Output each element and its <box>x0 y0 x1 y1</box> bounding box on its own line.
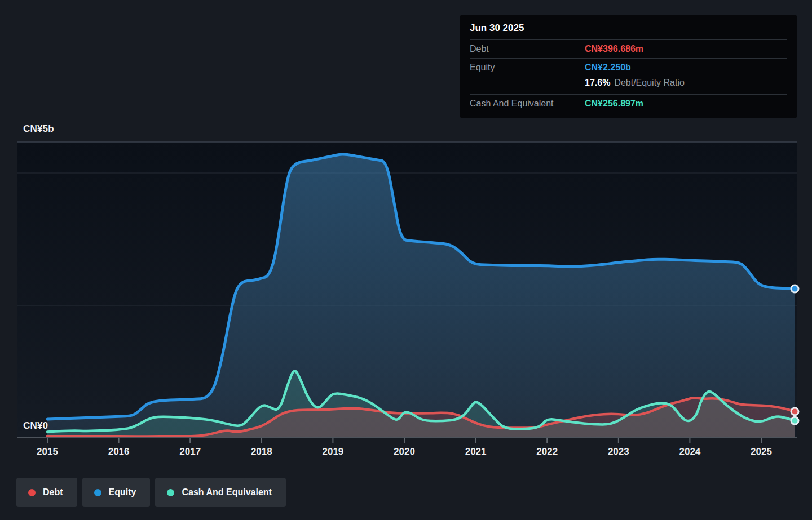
tooltip-row-ratio: 17.6% Debt/Equity Ratio <box>470 77 787 94</box>
chart-legend: Debt Equity Cash And Equivalent <box>16 478 286 507</box>
x-tick-label-2016: 2016 <box>108 446 130 457</box>
tooltip-equity-label: Equity <box>470 62 585 73</box>
tooltip-cash-label: Cash And Equivalent <box>470 98 585 109</box>
x-tick-label-2019: 2019 <box>322 446 343 457</box>
tooltip-ratio-value: 17.6% <box>585 77 610 88</box>
tooltip-debt-value: CN¥396.686m <box>585 43 643 55</box>
equity-dot-icon <box>94 489 102 496</box>
legend-chip-debt[interactable]: Debt <box>16 478 77 507</box>
x-tick-label-2023: 2023 <box>608 446 629 457</box>
tooltip-debt-label: Debt <box>470 43 585 55</box>
x-tick-label-2025: 2025 <box>751 446 772 457</box>
x-tick-label-2022: 2022 <box>536 446 558 457</box>
tooltip-ratio-spacer <box>470 77 585 88</box>
debt-endpoint-dot <box>791 408 798 415</box>
legend-chip-equity[interactable]: Equity <box>82 478 151 507</box>
x-tick-label-2024: 2024 <box>679 446 700 457</box>
tooltip-row-equity: Equity CN¥2.250b <box>470 58 787 77</box>
debt-dot-icon <box>28 489 36 496</box>
x-tick-label-2017: 2017 <box>179 446 201 457</box>
tooltip-date: Jun 30 2025 <box>470 15 787 39</box>
x-tick-label-2015: 2015 <box>37 446 58 457</box>
date-tooltip: Jun 30 2025 Debt CN¥396.686m Equity CN¥2… <box>460 15 797 118</box>
cash-endpoint-dot <box>791 417 798 424</box>
y-axis-max-label: CN¥5b <box>23 123 54 135</box>
tooltip-equity-value: CN¥2.250b <box>585 62 631 73</box>
x-tick-label-2021: 2021 <box>465 446 487 457</box>
legend-debt-label: Debt <box>43 487 63 497</box>
tooltip-cash-value: CN¥256.897m <box>585 98 643 109</box>
legend-equity-label: Equity <box>109 487 136 497</box>
tooltip-row-debt: Debt CN¥396.686m <box>470 39 787 58</box>
legend-chip-cash[interactable]: Cash And Equivalent <box>155 478 285 507</box>
x-tick-label-2018: 2018 <box>251 446 272 457</box>
x-tick-label-2020: 2020 <box>394 446 415 457</box>
legend-cash-label: Cash And Equivalent <box>182 487 271 497</box>
page: { "tooltip": { "title": "Jun 30 2025", "… <box>0 0 812 520</box>
tooltip-ratio-text: Debt/Equity Ratio <box>614 77 685 88</box>
cash-dot-icon <box>167 489 174 496</box>
equity-endpoint-dot <box>791 285 798 292</box>
tooltip-row-cash: Cash And Equivalent CN¥256.897m <box>470 94 787 113</box>
y-axis-zero-label: CN¥0 <box>23 420 48 432</box>
